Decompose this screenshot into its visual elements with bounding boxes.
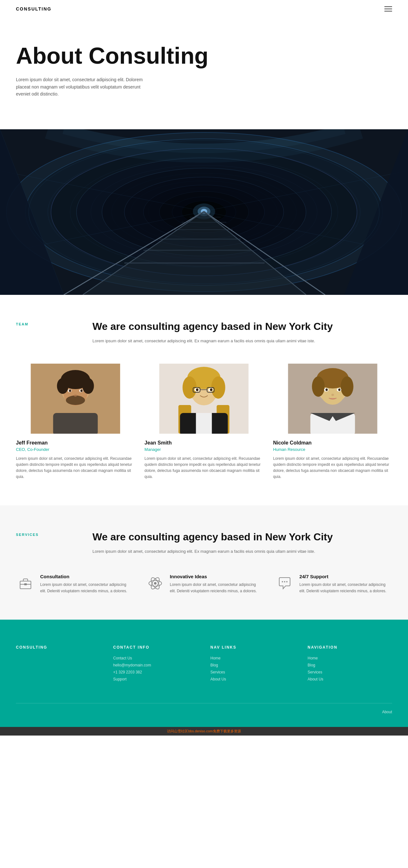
svg-point-87 bbox=[286, 581, 288, 582]
tunnel-svg bbox=[0, 129, 408, 295]
team-card-2: Nicole Coldman Human Resource Lorem ipsu… bbox=[273, 364, 392, 480]
hamburger-button[interactable] bbox=[384, 6, 392, 11]
services-intro: We are consulting agency based in New Yo… bbox=[92, 531, 392, 555]
team-name-2: Nicole Coldman bbox=[273, 440, 392, 446]
team-card-1: Jean Smith Manager Lorem ipsum dolor sit… bbox=[144, 364, 263, 480]
team-header: TEAM We are consulting agency based in N… bbox=[16, 320, 392, 344]
services-description: Lorem ipsum dolor sit amet, consectetur … bbox=[92, 548, 392, 555]
chat-icon bbox=[275, 574, 294, 593]
services-header: SERVICES We are consulting agency based … bbox=[16, 531, 392, 555]
watermark-bar: 访问山雪社区bbs.deniso.com免费下载更多资源 bbox=[0, 727, 408, 736]
footer-nav-link-services[interactable]: Services bbox=[210, 670, 295, 674]
service-content-1: Innovative Ideas Lorem ipsum dolor sit a… bbox=[170, 574, 263, 594]
team-bio-0: Lorem ipsum dolor sit amet, consectetur … bbox=[16, 456, 135, 480]
svg-point-62 bbox=[210, 388, 213, 391]
navbar: CONSULTING bbox=[0, 0, 408, 18]
services-title: We are consulting agency based in New Yo… bbox=[92, 531, 392, 543]
svg-point-76 bbox=[338, 389, 341, 391]
team-card-0: Jeff Freeman CEO, Co-Founder Lorem ipsum… bbox=[16, 364, 135, 480]
footer-contact-title: CONTACT INFO bbox=[113, 645, 198, 650]
footer-contact-link-2[interactable]: +1 329 2203 382 bbox=[113, 670, 198, 674]
service-item-0: Consultation Lorem ipsum dolor sit amet,… bbox=[16, 574, 133, 594]
svg-point-85 bbox=[282, 581, 283, 582]
tunnel-image bbox=[0, 129, 408, 295]
service-desc-1: Lorem ipsum dolor sit amet, consectetur … bbox=[170, 582, 263, 594]
hero-section: About Consulting Lorem ipsum dolor sit a… bbox=[0, 18, 408, 129]
team-name-1: Jean Smith bbox=[144, 440, 263, 446]
footer-about-link[interactable]: About bbox=[382, 710, 392, 714]
footer-navigation-link-blog[interactable]: Blog bbox=[308, 663, 392, 668]
service-title-1: Innovative Ideas bbox=[170, 574, 263, 579]
service-title-0: Consultation bbox=[40, 574, 133, 579]
svg-point-77 bbox=[331, 394, 334, 396]
watermark-text: 访问山雪社区bbs.deniso.com免费下载更多资源 bbox=[167, 729, 241, 733]
service-item-2: 24/7 Support Lorem ipsum dolor sit amet,… bbox=[275, 574, 392, 594]
service-content-0: Consultation Lorem ipsum dolor sit amet,… bbox=[40, 574, 133, 594]
team-description: Lorem ipsum dolor sit amet, consectetur … bbox=[92, 338, 392, 344]
svg-rect-80 bbox=[24, 583, 27, 585]
footer-nav-link-about[interactable]: About Us bbox=[210, 677, 295, 681]
team-bio-2: Lorem ipsum dolor sit amet, consectetur … bbox=[273, 456, 392, 480]
team-bio-1: Lorem ipsum dolor sit amet, consectetur … bbox=[144, 456, 263, 480]
footer-navigation-col: NAVIGATION Home Blog Services About Us bbox=[308, 645, 392, 684]
footer: CONSULTING CONTACT INFO Contact Us hello… bbox=[0, 620, 408, 727]
service-desc-2: Lorem ipsum dolor sit amet, consectetur … bbox=[299, 582, 392, 594]
team-name-0: Jeff Freeman bbox=[16, 440, 135, 446]
team-photo-2 bbox=[273, 364, 392, 434]
hero-subtitle: Lorem ipsum dolor sit amet, consectetur … bbox=[16, 76, 143, 97]
svg-point-71 bbox=[341, 376, 353, 397]
team-label: TEAM bbox=[16, 320, 73, 344]
footer-navigation-title: NAVIGATION bbox=[308, 645, 392, 650]
team-title: We are consulting agency based in New Yo… bbox=[92, 320, 392, 333]
atom-icon bbox=[146, 574, 165, 593]
footer-nav-title: NAV LINKS bbox=[210, 645, 295, 650]
svg-rect-58 bbox=[196, 413, 212, 434]
service-desc-0: Lorem ipsum dolor sit amet, consectetur … bbox=[40, 582, 133, 594]
footer-brand-col: CONSULTING bbox=[16, 645, 100, 684]
service-item-1: Innovative Ideas Lorem ipsum dolor sit a… bbox=[146, 574, 263, 594]
svg-rect-48 bbox=[31, 364, 120, 434]
footer-nav-link-blog[interactable]: Blog bbox=[210, 663, 295, 668]
hero-title: About Consulting bbox=[16, 43, 239, 68]
team-cards: Jeff Freeman CEO, Co-Founder Lorem ipsum… bbox=[16, 364, 392, 480]
nav-logo: CONSULTING bbox=[16, 6, 52, 11]
footer-navigation-link-home[interactable]: Home bbox=[308, 656, 392, 660]
footer-logo: CONSULTING bbox=[16, 645, 100, 650]
footer-navigation-link-about[interactable]: About Us bbox=[308, 677, 392, 681]
team-role-0: CEO, Co-Founder bbox=[16, 447, 135, 452]
footer-contact-link-0[interactable]: Contact Us bbox=[113, 656, 198, 660]
svg-point-61 bbox=[196, 388, 199, 391]
footer-nav-link-home[interactable]: Home bbox=[210, 656, 295, 660]
svg-point-81 bbox=[154, 582, 156, 585]
team-photo-1 bbox=[144, 364, 263, 434]
footer-bottom: About bbox=[16, 703, 392, 714]
footer-navigation-link-services[interactable]: Services bbox=[308, 670, 392, 674]
footer-grid: CONSULTING CONTACT INFO Contact Us hello… bbox=[16, 645, 392, 684]
briefcase-icon bbox=[16, 574, 35, 593]
footer-contact-col: CONTACT INFO Contact Us hello@mydomain.c… bbox=[113, 645, 198, 684]
team-intro: We are consulting agency based in New Yo… bbox=[92, 320, 392, 344]
svg-point-86 bbox=[284, 581, 285, 582]
service-content-2: 24/7 Support Lorem ipsum dolor sit amet,… bbox=[299, 574, 392, 594]
services-list: Consultation Lorem ipsum dolor sit amet,… bbox=[16, 574, 392, 594]
services-section: SERVICES We are consulting agency based … bbox=[0, 505, 408, 620]
service-title-2: 24/7 Support bbox=[299, 574, 392, 579]
footer-contact-link-3[interactable]: Support bbox=[113, 677, 198, 681]
team-role-1: Manager bbox=[144, 447, 263, 452]
footer-contact-link-1[interactable]: hello@mydomain.com bbox=[113, 663, 198, 668]
footer-nav-col: NAV LINKS Home Blog Services About Us bbox=[210, 645, 295, 684]
hamburger-line-3 bbox=[384, 11, 392, 11]
team-role-2: Human Resource bbox=[273, 447, 392, 452]
hamburger-line-2 bbox=[384, 9, 392, 9]
svg-point-75 bbox=[325, 389, 328, 391]
svg-point-70 bbox=[312, 376, 324, 397]
services-label: SERVICES bbox=[16, 531, 73, 555]
team-section: TEAM We are consulting agency based in N… bbox=[0, 295, 408, 505]
hamburger-line-1 bbox=[384, 6, 392, 7]
team-photo-0 bbox=[16, 364, 135, 434]
